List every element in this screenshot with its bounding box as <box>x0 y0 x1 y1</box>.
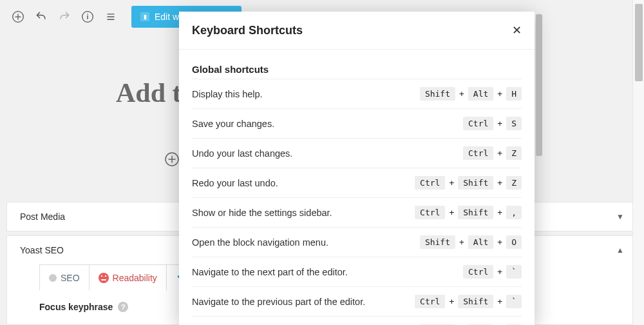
plus-separator: + <box>497 237 502 247</box>
plus-separator: + <box>497 208 502 217</box>
shortcut-description: Save your changes. <box>192 119 463 129</box>
close-button[interactable]: ✕ <box>512 23 522 37</box>
key: Ctrl <box>415 176 445 190</box>
modal-header: Keyboard Shortcuts ✕ <box>179 12 535 50</box>
key: , <box>506 206 522 219</box>
plus-separator: + <box>497 119 502 128</box>
shortcut-row: Navigate to the previous part of the edi… <box>192 286 522 316</box>
key: Ctrl <box>415 295 445 308</box>
key: Shift <box>420 235 455 249</box>
shortcut-keys: Ctrl+Shift+` <box>415 295 522 308</box>
key: Alt <box>468 87 493 101</box>
shortcut-description: Navigate to the previous part of the edi… <box>192 297 415 307</box>
key: ` <box>506 295 522 308</box>
shortcut-description: Display this help. <box>192 89 420 99</box>
keyboard-shortcuts-modal: Keyboard Shortcuts ✕ Global shortcuts Di… <box>179 12 535 325</box>
plus-separator: + <box>449 297 454 306</box>
shortcut-row: Save your changes.Ctrl+S <box>192 108 522 138</box>
shortcut-keys: Ctrl+Shift+Z <box>415 176 522 190</box>
shortcut-row: Navigate to the next part of the editor.… <box>192 257 522 286</box>
plus-separator: + <box>497 178 502 188</box>
key: Z <box>506 146 522 160</box>
shortcut-keys: Ctrl+Z <box>463 146 522 160</box>
modal-scrollbar[interactable] <box>535 12 544 325</box>
plus-separator: + <box>497 148 502 158</box>
shortcut-keys: Ctrl+Shift+, <box>415 206 522 219</box>
plus-separator: + <box>497 267 502 277</box>
plus-separator: + <box>449 208 454 217</box>
key: Ctrl <box>463 146 493 160</box>
plus-separator: + <box>459 237 464 247</box>
key: Shift <box>458 295 493 308</box>
key: ` <box>506 265 522 279</box>
key: Shift <box>420 87 455 101</box>
key: Shift <box>458 206 493 219</box>
key: H <box>506 87 522 101</box>
plus-separator: + <box>459 89 464 99</box>
plus-separator: + <box>497 89 502 99</box>
shortcut-description: Navigate to the next part of the editor. <box>192 267 463 277</box>
shortcut-row: Open the block navigation menu.Shift+Alt… <box>192 227 522 257</box>
key: Alt <box>468 235 493 249</box>
modal-title: Keyboard Shortcuts <box>192 24 303 37</box>
key: O <box>506 235 522 249</box>
shortcut-description: Open the block navigation menu. <box>192 237 420 248</box>
key: Shift <box>458 176 493 190</box>
shortcut-keys: Ctrl+S <box>463 117 522 130</box>
shortcut-row: Undo your last changes.Ctrl+Z <box>192 138 522 168</box>
shortcut-row: Display this help.Shift+Alt+H <box>192 79 522 108</box>
key: Ctrl <box>463 265 493 279</box>
plus-separator: + <box>497 297 502 306</box>
shortcut-description: Undo your last changes. <box>192 148 463 159</box>
shortcut-row: Show or hide the settings sidebar.Ctrl+S… <box>192 197 522 227</box>
close-icon: ✕ <box>512 24 522 37</box>
key: Ctrl <box>415 206 445 219</box>
section-heading: Global shortcuts <box>192 64 522 75</box>
key: Ctrl <box>463 117 493 130</box>
modal-body: Global shortcuts Display this help.Shift… <box>179 50 535 325</box>
shortcut-keys: Shift+Alt+H <box>420 87 522 101</box>
shortcut-keys: Shift+Alt+O <box>420 235 522 249</box>
shortcut-description: Show or hide the settings sidebar. <box>192 208 415 218</box>
shortcut-row: Navigate to the next part of the editor … <box>192 316 522 325</box>
shortcut-description: Redo your last undo. <box>192 178 415 188</box>
key: S <box>506 117 522 130</box>
plus-separator: + <box>449 178 454 188</box>
shortcut-row: Redo your last undo.Ctrl+Shift+Z <box>192 168 522 197</box>
shortcut-keys: Ctrl+` <box>463 265 522 279</box>
key: Z <box>506 176 522 190</box>
